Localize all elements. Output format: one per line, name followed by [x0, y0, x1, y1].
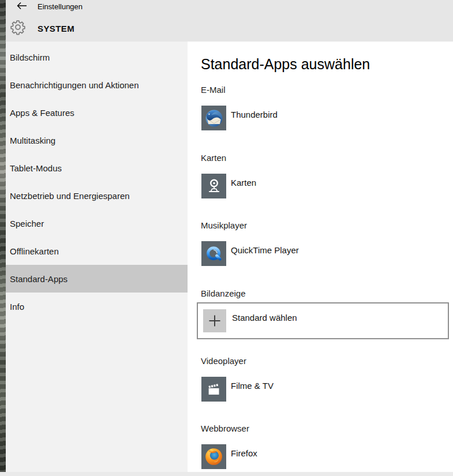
maps-icon [201, 174, 226, 198]
default-video-app-button[interactable]: Filme & TV [201, 377, 274, 402]
section-photos: Bildanzeige Standard wählen [201, 288, 453, 299]
default-email-app-name: Thunderbird [231, 110, 278, 119]
sidebar-nav: Bildschirm Benachrichtigungen und Aktion… [6, 43, 188, 320]
window-bottom-edge [0, 472, 453, 476]
sidebar-item-benachrichtigungen[interactable]: Benachrichtigungen und Aktionen [6, 71, 188, 99]
back-arrow-icon [17, 2, 27, 12]
section-video: Videoplayer Filme & TV [201, 356, 453, 366]
section-music: Musikplayer QuickTime Player [201, 220, 453, 231]
desktop-wallpaper-sliver [0, 0, 6, 476]
quicktime-icon [201, 241, 226, 266]
default-email-app-button[interactable]: Thunderbird [201, 106, 278, 130]
default-music-app-button[interactable]: QuickTime Player [201, 241, 299, 266]
category-label: Musikplayer [201, 220, 453, 231]
section-email: E-Mail [201, 85, 453, 95]
default-browser-app-name: Firefox [231, 448, 257, 458]
sidebar-item-offlinekarten[interactable]: Offlinekarten [6, 237, 188, 265]
settings-sidebar: Bildschirm Benachrichtigungen und Aktion… [6, 42, 188, 476]
back-button[interactable] [13, 1, 31, 13]
category-label: Bildanzeige [201, 288, 453, 299]
settings-header: Einstellungen SYSTEM [6, 0, 453, 42]
category-label: E-Mail [201, 85, 453, 95]
sidebar-item-label: Offlinekarten [10, 246, 59, 256]
sidebar-item-netzbetrieb[interactable]: Netzbetrieb und Energiesparen [6, 182, 188, 209]
sidebar-item-tablet-modus[interactable]: Tablet-Modus [6, 154, 188, 182]
sidebar-item-speicher[interactable]: Speicher [6, 209, 188, 237]
section-browser: Webbrowser [201, 423, 453, 434]
category-label: Videoplayer [201, 356, 453, 366]
sidebar-item-multitasking[interactable]: Multitasking [6, 126, 188, 154]
default-apps-panel: Standard-Apps auswählen E-Mail [188, 42, 453, 476]
choose-default-label: Standard wählen [232, 313, 297, 323]
choose-default-row: Standard wählen [203, 309, 297, 332]
choose-default-photo-app-button[interactable]: Standard wählen [197, 302, 449, 339]
plus-icon [203, 309, 226, 332]
section-maps: Karten Karten [201, 153, 453, 163]
window-title: Einstellungen [38, 2, 83, 12]
sidebar-item-label: Apps & Features [10, 108, 74, 118]
sidebar-item-label: Benachrichtigungen und Aktionen [10, 80, 139, 90]
sidebar-item-apps-features[interactable]: Apps & Features [6, 99, 188, 126]
default-maps-app-button[interactable]: Karten [201, 174, 256, 198]
sidebar-item-label: Netzbetrieb und Energiesparen [10, 191, 130, 201]
category-label: Webbrowser [201, 423, 453, 434]
sidebar-item-label: Tablet-Modus [10, 163, 62, 173]
default-music-app-name: QuickTime Player [231, 245, 299, 255]
default-maps-app-name: Karten [231, 178, 256, 188]
sidebar-item-label: Speicher [10, 219, 44, 228]
sidebar-item-label: Standard-Apps [10, 274, 68, 284]
gear-icon [10, 19, 26, 35]
movies-tv-icon [201, 377, 226, 402]
content-title: Standard-Apps auswählen [201, 54, 370, 74]
thunderbird-icon [201, 106, 226, 130]
page-title: SYSTEM [38, 23, 74, 35]
firefox-icon [201, 444, 226, 469]
sidebar-item-label: Info [10, 302, 24, 312]
sidebar-item-label: Multitasking [10, 136, 55, 145]
category-label: Karten [201, 153, 453, 163]
sidebar-item-bildschirm[interactable]: Bildschirm [6, 43, 188, 71]
sidebar-item-standard-apps[interactable]: Standard-Apps [6, 265, 188, 293]
sidebar-item-info[interactable]: Info [6, 293, 188, 320]
default-video-app-name: Filme & TV [231, 381, 274, 391]
default-browser-app-button[interactable]: Firefox [201, 444, 257, 469]
settings-window: Einstellungen SYSTEM Bildschirm Benachri… [0, 0, 453, 476]
sidebar-item-label: Bildschirm [10, 53, 50, 62]
